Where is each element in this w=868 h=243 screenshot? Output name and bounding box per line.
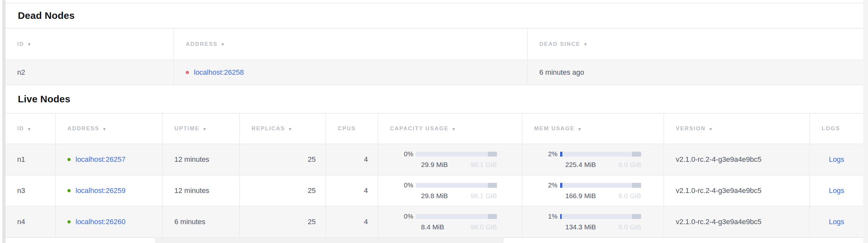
logs-link[interactable]: Logs bbox=[829, 218, 844, 226]
nodes-overview-page: Dead Nodes ID ▼ ADDRESS ▼ DEAD SINCE ▼ n… bbox=[0, 0, 868, 243]
mem-bar-end-block bbox=[632, 214, 641, 219]
column-header-capacity-usage[interactable]: CAPACITY USAGE ▼ bbox=[378, 114, 523, 143]
replicas-cell: 25 bbox=[240, 176, 326, 206]
sort-desc-icon[interactable]: ▼ bbox=[27, 42, 32, 47]
column-header-version[interactable]: VERSION ▼ bbox=[664, 114, 810, 143]
mem-usage-cell: 2% 225.4 MiB 8.0 GiB bbox=[523, 144, 664, 175]
capacity-used-label: 8.4 MiB bbox=[416, 223, 444, 231]
sort-desc-icon[interactable]: ▼ bbox=[102, 127, 107, 132]
replicas-cell: 25 bbox=[240, 207, 326, 237]
live-nodes-heading: Live Nodes bbox=[5, 85, 863, 113]
live-node-row: n3 localhost:26259 12 minutes 25 4 0% 29… bbox=[5, 175, 863, 206]
uptime-cell: 12 minutes bbox=[163, 176, 240, 206]
column-header-id[interactable]: ID ▼ bbox=[5, 114, 56, 143]
sort-desc-icon[interactable]: ▼ bbox=[202, 127, 207, 132]
dead-nodes-title: Dead Nodes bbox=[18, 10, 74, 21]
column-header-id[interactable]: ID ▼ bbox=[5, 29, 174, 59]
mem-bar-used-segment bbox=[560, 183, 562, 188]
cpus-cell: 4 bbox=[326, 207, 378, 237]
column-header-cpus[interactable]: CPUS bbox=[326, 114, 378, 143]
sort-desc-icon[interactable]: ▼ bbox=[221, 42, 225, 47]
capacity-total-label: 98.1 GiB bbox=[470, 161, 497, 169]
node-address-cell: localhost:26257 bbox=[56, 144, 163, 175]
node-address-cell: localhost:26258 bbox=[174, 60, 528, 84]
left-edge-strip bbox=[0, 0, 2, 243]
column-header-logs: LOGS bbox=[810, 114, 863, 143]
capacity-percent-label: 0% bbox=[390, 213, 413, 220]
mem-usage-cell: 2% 166.9 MiB 8.0 GiB bbox=[523, 176, 664, 206]
node-id-cell: n4 bbox=[5, 207, 56, 237]
sort-desc-icon[interactable]: ▼ bbox=[583, 42, 588, 47]
sort-desc-icon[interactable]: ▼ bbox=[452, 127, 456, 132]
uptime-cell: 6 minutes bbox=[163, 207, 240, 237]
mem-usage-bar bbox=[560, 183, 641, 188]
logs-link[interactable]: Logs bbox=[829, 155, 844, 164]
node-address-cell: localhost:26260 bbox=[56, 207, 163, 237]
mem-total-label: 8.0 GiB bbox=[618, 192, 641, 200]
column-header-replicas[interactable]: REPLICAS ▼ bbox=[240, 114, 326, 143]
column-header-label: CAPACITY USAGE bbox=[390, 126, 448, 132]
mem-total-label: 8.0 GiB bbox=[618, 161, 641, 169]
sort-desc-icon[interactable]: ▼ bbox=[709, 127, 713, 132]
column-header-label: REPLICAS bbox=[251, 126, 285, 132]
sort-desc-icon[interactable]: ▼ bbox=[288, 127, 293, 132]
cpus-cell: 4 bbox=[326, 176, 378, 206]
column-header-uptime[interactable]: UPTIME ▼ bbox=[163, 114, 240, 143]
dead-nodes-table: ID ▼ ADDRESS ▼ DEAD SINCE ▼ n2 localhost… bbox=[5, 28, 863, 85]
live-nodes-title: Live Nodes bbox=[18, 93, 70, 105]
node-address-cell: localhost:26259 bbox=[56, 176, 163, 206]
live-nodes-table-header: ID ▼ ADDRESS ▼ UPTIME ▼ REPLICAS ▼ CPUS bbox=[5, 114, 863, 143]
capacity-used-label: 29.8 MiB bbox=[416, 192, 448, 200]
column-header-label: VERSION bbox=[676, 126, 706, 132]
live-status-dot-icon bbox=[67, 220, 71, 223]
node-address-link[interactable]: localhost:26258 bbox=[194, 68, 244, 77]
column-header-address[interactable]: ADDRESS ▼ bbox=[174, 29, 528, 59]
column-header-label: ADDRESS bbox=[67, 126, 99, 132]
capacity-bar-end-block bbox=[488, 183, 497, 188]
column-header-label: CPUS bbox=[338, 126, 356, 132]
mem-percent-label: 1% bbox=[534, 213, 557, 220]
column-header-dead-since[interactable]: DEAD SINCE ▼ bbox=[528, 29, 863, 59]
column-header-label: MEM USAGE bbox=[534, 126, 575, 132]
logs-cell: Logs bbox=[810, 144, 863, 175]
dead-nodes-table-header: ID ▼ ADDRESS ▼ DEAD SINCE ▼ bbox=[5, 29, 863, 59]
capacity-usage-bar bbox=[416, 152, 497, 157]
mem-usage-bar bbox=[560, 214, 641, 219]
dead-nodes-heading: Dead Nodes bbox=[5, 3, 863, 28]
sort-desc-icon[interactable]: ▼ bbox=[578, 127, 583, 132]
capacity-usage-bar bbox=[416, 214, 497, 219]
dead-since-cell: 6 minutes ago bbox=[528, 60, 863, 84]
node-address-link[interactable]: localhost:26259 bbox=[75, 187, 125, 195]
column-header-label: ADDRESS bbox=[186, 41, 218, 48]
sort-desc-icon[interactable]: ▼ bbox=[27, 127, 32, 132]
capacity-bar-end-block bbox=[488, 214, 497, 219]
logs-link[interactable]: Logs bbox=[829, 187, 844, 195]
column-header-label: ID bbox=[17, 41, 24, 48]
mem-usage-bar bbox=[560, 152, 641, 157]
version-cell: v2.1.0-rc.2-4-g3e9a4e9bc5 bbox=[664, 144, 810, 175]
right-edge-strip bbox=[863, 0, 868, 243]
mem-percent-label: 2% bbox=[534, 182, 557, 189]
mem-percent-label: 2% bbox=[534, 151, 557, 158]
dead-status-dot-icon bbox=[186, 71, 189, 74]
node-address-link[interactable]: localhost:26260 bbox=[75, 218, 125, 226]
capacity-percent-label: 0% bbox=[390, 182, 413, 189]
column-header-address[interactable]: ADDRESS ▼ bbox=[56, 114, 163, 143]
capacity-usage-cell: 0% 8.4 MiB 98.0 GiB bbox=[378, 207, 523, 237]
replicas-cell: 25 bbox=[240, 144, 326, 175]
live-node-row: n4 localhost:26260 6 minutes 25 4 0% 8.4… bbox=[5, 206, 863, 237]
mem-used-label: 134.3 MiB bbox=[560, 223, 596, 231]
capacity-percent-label: 0% bbox=[390, 151, 413, 158]
version-cell: v2.1.0-rc.2-4-g3e9a4e9bc5 bbox=[664, 176, 810, 206]
logs-cell: Logs bbox=[810, 176, 863, 206]
logs-cell: Logs bbox=[810, 207, 863, 237]
mem-used-label: 166.9 MiB bbox=[560, 192, 596, 200]
node-address-link[interactable]: localhost:26257 bbox=[75, 155, 125, 164]
capacity-bar-end-block bbox=[488, 152, 497, 157]
capacity-usage-cell: 0% 29.8 MiB 98.1 GiB bbox=[378, 176, 523, 206]
live-status-dot-icon bbox=[67, 158, 71, 161]
column-header-mem-usage[interactable]: MEM USAGE ▼ bbox=[523, 114, 664, 143]
dead-nodes-table-body: n2 localhost:26258 6 minutes ago bbox=[5, 59, 863, 84]
mem-bar-used-segment bbox=[560, 214, 562, 219]
mem-bar-used-segment bbox=[560, 152, 562, 157]
